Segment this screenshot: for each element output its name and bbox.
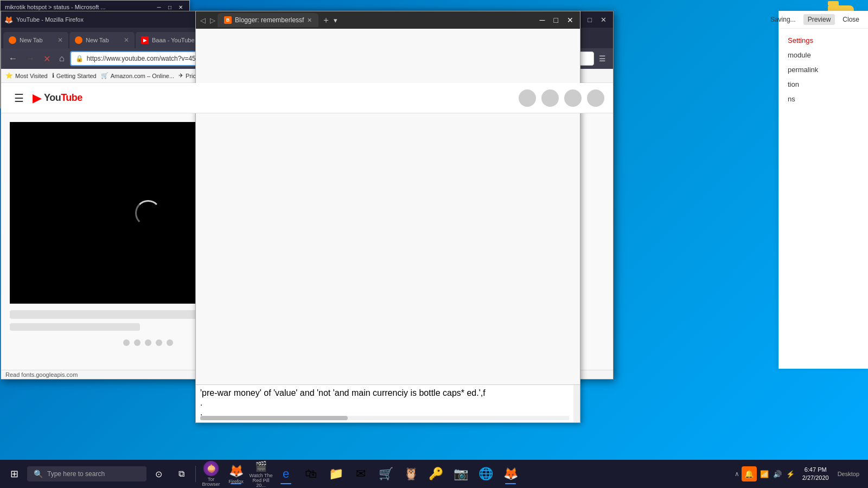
home-button[interactable]: ⌂ <box>56 53 68 65</box>
blogger-maximize[interactable]: □ <box>552 14 560 27</box>
blogger-new-tab[interactable]: ＋ <box>318 15 334 26</box>
most-visited-icon: ⭐ <box>5 72 13 79</box>
settings-menu-item[interactable]: Settings <box>779 33 868 48</box>
firefox-pinned-icon: 🦊 <box>503 467 518 481</box>
taskbar-tripadvisor[interactable]: 🦉 <box>399 462 423 486</box>
getting-started-label: Getting Started <box>56 73 97 79</box>
blogger-close[interactable]: ✕ <box>565 14 576 27</box>
bookmark-getting-started[interactable]: ℹ Getting Started <box>52 72 97 79</box>
loading-dot-4 <box>156 339 162 346</box>
menu-button[interactable]: ☰ <box>596 53 609 64</box>
mikrotik-close-button[interactable]: ✕ <box>176 3 185 11</box>
cortana-button[interactable]: ⊙ <box>148 463 169 485</box>
taskbar-browser2[interactable]: 🌐 <box>474 462 497 486</box>
blogger-minimize[interactable]: ─ <box>538 14 547 27</box>
blogger-hscrollbar[interactable] <box>200 416 569 420</box>
bookmark-amazon[interactable]: 🛒 Amazon.com – Online... <box>101 72 174 79</box>
desktop-show-btn[interactable]: Desktop <box>835 468 861 479</box>
back-button[interactable]: ← <box>5 53 21 65</box>
stop-button[interactable]: ✕ <box>40 53 54 65</box>
close-panel-button[interactable]: Close <box>838 14 864 25</box>
blogger-tab-label: Blogger: rememberlessf <box>235 16 304 24</box>
permalink-menu-item[interactable]: permalink <box>779 62 868 77</box>
yt-avatar-4 <box>587 89 604 107</box>
youtube-header-right <box>519 89 604 107</box>
taskbar-explorer[interactable]: 📁 <box>324 462 348 486</box>
youtube-logo[interactable]: ▶ YouTube <box>33 91 82 105</box>
loading-dot-1 <box>123 339 130 346</box>
bookmark-most-visited[interactable]: ⭐ Most Visited <box>5 72 48 79</box>
blogger-tab-bar: ◁ ▷ B Blogger: rememberlessf ✕ ＋ ▾ <box>196 11 533 29</box>
taskbar-search[interactable]: 🔍 Type here to search <box>27 466 146 481</box>
loading-dot-5 <box>167 339 173 346</box>
tray-clock[interactable]: 6:47 PM 2/27/2020 <box>798 465 833 484</box>
firefox-tab-1[interactable]: New Tab ✕ <box>3 32 68 48</box>
tray-network-icon[interactable]: 📶 <box>759 469 770 479</box>
blogger-nav-back[interactable]: ◁ <box>198 16 208 24</box>
blogger-text-line1: 'pre-war money' of 'value' and 'not 'and… <box>200 388 486 397</box>
tab3-label: Baaa - YouTube <box>152 37 195 43</box>
options-menu-item[interactable]: ns <box>779 92 868 106</box>
tab2-close[interactable]: ✕ <box>124 36 129 44</box>
tab1-close[interactable]: ✕ <box>58 36 63 44</box>
tab1-label: New Tab <box>20 37 54 43</box>
blogger-active-tab[interactable]: B Blogger: rememberlessf ✕ <box>218 13 318 27</box>
blogger-vscrollbar[interactable] <box>573 385 580 422</box>
yt-avatar-3 <box>564 89 582 107</box>
saving-button[interactable]: Saving... <box>766 14 800 25</box>
tray-overflow[interactable]: ∧ <box>735 470 739 478</box>
taskbar-ie[interactable]: e <box>274 462 298 486</box>
taskbar-firefox-pinned[interactable]: 🦊 <box>499 462 522 486</box>
keepass-icon: 🔑 <box>429 467 443 481</box>
browser2-icon: 🌐 <box>478 467 493 481</box>
youtube-menu-button[interactable]: ☰ <box>10 87 28 109</box>
taskbar-camera[interactable]: 📷 <box>449 462 473 486</box>
yt-avatar-1 <box>519 89 536 107</box>
firefox-icon: 🦊 <box>229 464 244 478</box>
blogger-tab-list[interactable]: ▾ <box>334 16 337 24</box>
camera-icon: 📷 <box>454 467 468 481</box>
blogger-window: ◁ ▷ B Blogger: rememberlessf ✕ ＋ ▾ ─ □ ✕ <box>195 11 580 423</box>
task-view-icon: ⧉ <box>178 469 184 479</box>
taskbar-amazon[interactable]: 🛒 <box>374 462 398 486</box>
preview-button[interactable]: Preview <box>803 14 835 25</box>
mikrotik-maximize-button[interactable]: □ <box>165 3 174 11</box>
blogger-text-line2: . <box>200 398 202 407</box>
taskbar-separator <box>195 466 196 482</box>
blogger-text-content: 'pre-war money' of 'value' and 'not 'and… <box>200 388 576 418</box>
taskbar-store[interactable]: 🛍 <box>299 462 323 486</box>
taskbar-mail[interactable]: ✉ <box>349 462 373 486</box>
task-view-button[interactable]: ⧉ <box>170 463 192 485</box>
taskbar-keepass[interactable]: 🔑 <box>424 462 448 486</box>
video-label: Watch TheRed Pill 20... <box>249 473 273 488</box>
blogger-tab-close[interactable]: ✕ <box>307 17 312 24</box>
video-icon: 🎬 <box>255 460 267 472</box>
tripadvisor-taskbar-icon: 🦉 <box>404 467 418 481</box>
desktop: New folder mikrotik hotspot > status - M… <box>0 0 868 488</box>
firefox-close-button[interactable]: ✕ <box>597 15 610 25</box>
blogger-nav-forward[interactable]: ▷ <box>208 16 218 24</box>
blogger-titlebar: ◁ ▷ B Blogger: rememberlessf ✕ ＋ ▾ ─ □ ✕ <box>196 11 580 29</box>
forward-button[interactable]: → <box>23 53 38 65</box>
location-menu-item[interactable]: tion <box>779 77 868 92</box>
tray-notification[interactable]: 🔔 <box>742 466 757 481</box>
getting-started-icon: ℹ <box>52 72 54 79</box>
loading-dot-3 <box>145 339 151 346</box>
taskbar-firefox[interactable]: 🦊 Firefox <box>224 462 248 486</box>
tray-volume-icon[interactable]: 🔊 <box>772 469 783 479</box>
tab2-label: New Tab <box>86 37 120 43</box>
start-button[interactable]: ⊞ <box>2 462 26 486</box>
tor-browser-icon: 🧅 <box>199 461 223 476</box>
module-menu-item[interactable]: module <box>779 48 868 62</box>
firefox-tab-2[interactable]: New Tab ✕ <box>69 32 135 48</box>
mikrotik-minimize-button[interactable]: ─ <box>155 3 163 11</box>
taskbar: ⊞ 🔍 Type here to search ⊙ ⧉ 🧅 Tor Browse… <box>0 460 868 488</box>
tray-battery-icon[interactable]: ⚡ <box>785 469 796 479</box>
taskbar-tor-browser[interactable]: 🧅 Tor Browser <box>199 462 223 486</box>
store-icon: 🛍 <box>305 467 317 481</box>
firefox-maximize-button[interactable]: □ <box>584 15 595 25</box>
blogger-titlebar-controls: ─ □ ✕ <box>533 11 580 29</box>
system-tray: ∧ 🔔 📶 🔊 ⚡ 6:47 PM 2/27/2020 Desktop <box>735 465 866 484</box>
taskbar-video[interactable]: 🎬 Watch TheRed Pill 20... <box>249 462 273 486</box>
youtube-loading-spinner <box>135 200 161 226</box>
